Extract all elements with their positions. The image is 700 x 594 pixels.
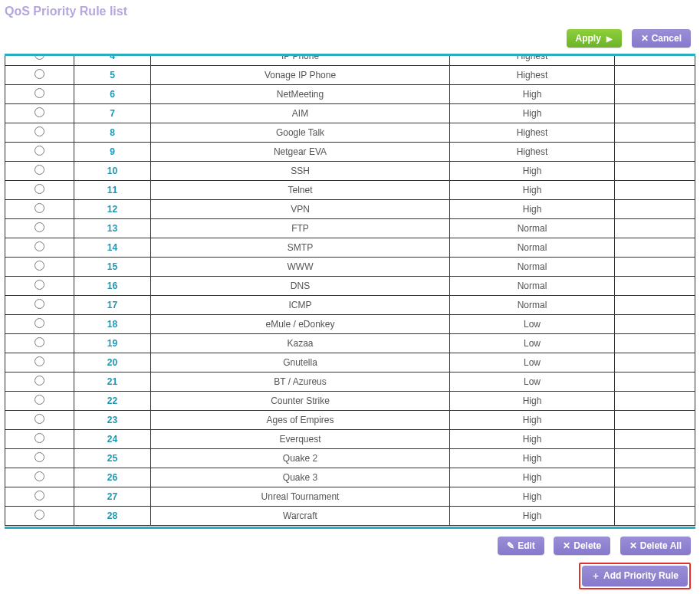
table-row: 23Ages of EmpiresHigh	[5, 411, 695, 430]
rule-priority: Low	[450, 315, 615, 334]
rule-blank-cell	[615, 392, 695, 411]
delete-all-button[interactable]: ✕Delete All	[620, 537, 691, 555]
rule-name: Kazaa	[151, 334, 450, 353]
rule-number: 25	[74, 449, 151, 468]
table-row: 28WarcraftHigh	[5, 507, 695, 526]
rule-blank-cell	[615, 449, 695, 468]
add-rule-highlight: ＋Add Priority Rule	[579, 563, 691, 589]
close-icon: ✕	[641, 33, 649, 44]
rule-name: NetMeeting	[151, 85, 450, 104]
rule-priority: Low	[450, 372, 615, 392]
rule-select-radio[interactable]	[35, 280, 44, 290]
rule-select-radio[interactable]	[35, 452, 44, 462]
rule-blank-cell	[615, 219, 695, 238]
rule-name: Ages of Empires	[151, 411, 450, 430]
rule-priority: Low	[450, 334, 615, 353]
play-icon: ▶	[606, 35, 613, 43]
table-row: 27Unreal TournamentHigh	[5, 487, 695, 507]
rule-select-radio[interactable]	[35, 54, 44, 60]
rule-priority: High	[450, 104, 615, 123]
rule-select-radio[interactable]	[35, 88, 44, 98]
rule-select-radio[interactable]	[35, 299, 44, 309]
rule-select-radio[interactable]	[35, 146, 44, 156]
rule-select-radio[interactable]	[35, 491, 44, 500]
rule-select-radio[interactable]	[35, 261, 44, 271]
rule-number: 27	[74, 487, 151, 507]
rule-select-radio[interactable]	[35, 510, 44, 520]
rule-priority: High	[450, 411, 615, 430]
rule-select-cell	[5, 66, 74, 85]
rule-name: Quake 2	[151, 449, 450, 468]
rule-select-radio[interactable]	[35, 165, 44, 175]
rule-number: 22	[74, 392, 151, 411]
rule-blank-cell	[615, 181, 695, 200]
bottom-action-bar-2: ＋Add Priority Rule	[5, 560, 695, 592]
table-row: 26Quake 3High	[5, 468, 695, 487]
rule-select-radio[interactable]	[35, 126, 44, 136]
rule-name: Quake 3	[151, 468, 450, 487]
table-row: 6NetMeetingHigh	[5, 85, 695, 104]
rule-select-cell	[5, 258, 74, 277]
edit-label: Edit	[518, 540, 535, 551]
rule-priority: High	[450, 162, 615, 181]
rule-number: 6	[74, 85, 151, 104]
rule-select-radio[interactable]	[35, 318, 44, 328]
rule-select-radio[interactable]	[35, 107, 44, 117]
rule-name: Telnet	[151, 181, 450, 200]
rule-name: Gnutella	[151, 353, 450, 372]
rule-select-radio[interactable]	[35, 471, 44, 481]
rule-name: BT / Azureus	[151, 372, 450, 392]
rule-name: DNS	[151, 277, 450, 296]
table-row: 21BT / AzureusLow	[5, 372, 695, 392]
rule-select-cell	[5, 123, 74, 143]
rule-select-radio[interactable]	[35, 184, 44, 194]
delete-label: Delete	[573, 540, 601, 551]
add-priority-rule-button[interactable]: ＋Add Priority Rule	[582, 566, 688, 586]
table-row: 24EverquestHigh	[5, 430, 695, 449]
rules-table-viewport: 4IP PhoneHighest5Vonage IP PhoneHighest6…	[5, 54, 695, 527]
table-row: 9Netgear EVAHighest	[5, 143, 695, 162]
rule-number: 5	[74, 66, 151, 85]
rule-select-radio[interactable]	[35, 433, 44, 443]
rule-number: 23	[74, 411, 151, 430]
table-row: 17ICMPNormal	[5, 296, 695, 315]
rule-select-radio[interactable]	[35, 337, 44, 347]
rule-blank-cell	[615, 162, 695, 181]
rule-select-radio[interactable]	[35, 376, 44, 386]
rule-select-radio[interactable]	[35, 203, 44, 213]
rule-blank-cell	[615, 104, 695, 123]
edit-button[interactable]: ✎Edit	[498, 537, 544, 555]
rule-select-radio[interactable]	[35, 414, 44, 424]
rule-select-radio[interactable]	[35, 395, 44, 405]
rule-name: ICMP	[151, 296, 450, 315]
rule-select-radio[interactable]	[35, 222, 44, 232]
rules-table: 4IP PhoneHighest5Vonage IP PhoneHighest6…	[5, 54, 695, 526]
rule-number: 4	[74, 54, 151, 66]
table-row: 11TelnetHigh	[5, 181, 695, 200]
rule-priority: High	[450, 200, 615, 219]
rule-blank-cell	[615, 353, 695, 372]
rule-number: 19	[74, 334, 151, 353]
rule-select-cell	[5, 487, 74, 507]
table-row: 22Counter StrikeHigh	[5, 392, 695, 411]
table-row: 16DNSNormal	[5, 277, 695, 296]
close-icon: ✕	[563, 540, 570, 551]
top-action-bar: Apply ▶ ✕Cancel	[5, 26, 695, 54]
delete-button[interactable]: ✕Delete	[554, 537, 610, 555]
rule-select-radio[interactable]	[35, 356, 44, 366]
rule-select-radio[interactable]	[35, 241, 44, 251]
rule-name: Unreal Tournament	[151, 487, 450, 507]
rule-number: 13	[74, 219, 151, 238]
rule-select-radio[interactable]	[35, 69, 44, 79]
rule-number: 24	[74, 430, 151, 449]
rule-select-cell	[5, 54, 74, 66]
apply-button[interactable]: Apply ▶	[567, 29, 623, 48]
rule-number: 18	[74, 315, 151, 334]
rule-blank-cell	[615, 372, 695, 392]
rule-select-cell	[5, 372, 74, 392]
rule-select-cell	[5, 85, 74, 104]
apply-label: Apply	[576, 33, 601, 44]
rule-number: 14	[74, 238, 151, 258]
cancel-button[interactable]: ✕Cancel	[632, 29, 691, 48]
rule-name: Google Talk	[151, 123, 450, 143]
